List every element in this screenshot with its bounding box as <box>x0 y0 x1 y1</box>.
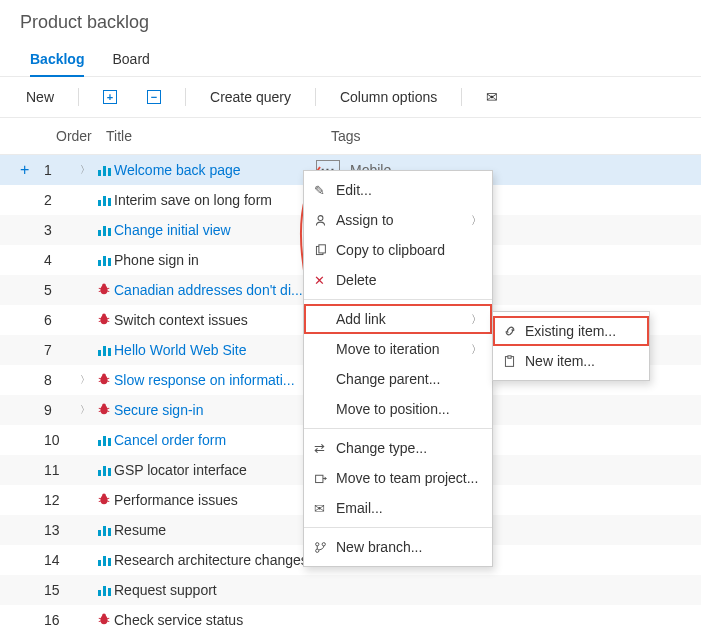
ctx-change-parent[interactable]: Change parent... <box>304 364 492 394</box>
edit-icon: ✎ <box>314 183 336 198</box>
row-order: 5 <box>40 282 80 298</box>
item-type-icon <box>94 195 114 206</box>
ctx-change-type[interactable]: ⇄Change type... <box>304 433 492 463</box>
ctx-edit[interactable]: ✎Edit... <box>304 175 492 205</box>
pbi-icon <box>98 585 111 596</box>
pbi-icon <box>98 195 111 206</box>
svg-point-25 <box>102 493 106 497</box>
ctx-assign-label: Assign to <box>336 212 471 228</box>
ctx-move-team[interactable]: Move to team project... <box>304 463 492 493</box>
svg-point-13 <box>102 373 106 377</box>
expand-icon[interactable]: 〉 <box>80 163 94 177</box>
ctx-assign-to[interactable]: Assign to〉 <box>304 205 492 235</box>
bug-icon <box>97 492 111 509</box>
row-title[interactable]: Cancel order form <box>114 432 314 448</box>
col-tags-header[interactable]: Tags <box>331 128 701 144</box>
view-tabs: Backlog Board <box>0 43 701 77</box>
row-title[interactable]: Secure sign-in <box>114 402 314 418</box>
col-title-header[interactable]: Title <box>106 128 331 144</box>
separator <box>304 428 492 429</box>
separator <box>461 88 462 106</box>
row-title[interactable]: Slow response on informati... <box>114 372 314 388</box>
row-order: 9 <box>40 402 80 418</box>
row-order: 3 <box>40 222 80 238</box>
expand-icon[interactable]: 〉 <box>80 403 94 417</box>
ctx-add-link-label: Add link <box>336 311 471 327</box>
item-type-icon <box>94 465 114 476</box>
pbi-icon <box>98 525 111 536</box>
row-order: 6 <box>40 312 80 328</box>
ctx-move-iteration[interactable]: Move to iteration〉 <box>304 334 492 364</box>
branch-icon <box>314 541 336 554</box>
ctx-add-link[interactable]: Add link〉 <box>304 304 492 334</box>
row-order: 4 <box>40 252 80 268</box>
add-icon-button[interactable]: + <box>97 86 123 108</box>
svg-rect-39 <box>316 475 323 482</box>
email-button[interactable]: ✉ <box>480 85 504 109</box>
ctx-email[interactable]: ✉Email... <box>304 493 492 523</box>
tab-backlog[interactable]: Backlog <box>30 43 84 77</box>
submenu-existing-label: Existing item... <box>525 323 639 339</box>
item-type-icon <box>94 555 114 566</box>
chevron-right-icon: 〉 <box>471 312 482 327</box>
svg-rect-38 <box>319 244 326 252</box>
expand-icon[interactable]: 〉 <box>80 373 94 387</box>
ctx-copy-label: Copy to clipboard <box>336 242 482 258</box>
row-order: 16 <box>40 612 80 628</box>
ctx-move-position[interactable]: Move to position... <box>304 394 492 424</box>
row-order: 2 <box>40 192 80 208</box>
toolbar: New + − Create query Column options ✉ <box>0 77 701 118</box>
svg-point-41 <box>316 549 319 552</box>
svg-point-36 <box>318 215 323 220</box>
row-title[interactable]: Change initial view <box>114 222 314 238</box>
add-link-submenu: Existing item... New item... <box>492 311 650 381</box>
item-type-icon <box>94 402 114 419</box>
item-type-icon <box>94 492 114 509</box>
mail-icon: ✉ <box>314 501 336 516</box>
item-type-icon <box>94 282 114 299</box>
backlog-row[interactable]: +16Check service status <box>0 605 701 630</box>
svg-point-40 <box>316 542 319 545</box>
ctx-delete[interactable]: ✕Delete <box>304 265 492 295</box>
row-title: Switch context issues <box>114 312 314 328</box>
row-title: GSP locator interface <box>114 462 314 478</box>
table-header: Order Title Tags <box>0 118 701 155</box>
svg-point-42 <box>322 542 325 545</box>
submenu-new-label: New item... <box>525 353 639 369</box>
move-project-icon <box>314 472 336 485</box>
column-options-button[interactable]: Column options <box>334 85 443 109</box>
row-order: 11 <box>40 462 80 478</box>
add-child-icon[interactable]: + <box>20 161 40 179</box>
ctx-edit-label: Edit... <box>336 182 482 198</box>
chevron-right-icon: 〉 <box>471 342 482 357</box>
row-title: Interim save on long form <box>114 192 314 208</box>
submenu-existing-item[interactable]: Existing item... <box>493 316 649 346</box>
bug-icon <box>97 282 111 299</box>
row-title[interactable]: Hello World Web Site <box>114 342 314 358</box>
ctx-copy[interactable]: Copy to clipboard <box>304 235 492 265</box>
row-order: 10 <box>40 432 80 448</box>
row-title[interactable]: Canadian addresses don't di... <box>114 282 314 298</box>
remove-icon-button[interactable]: − <box>141 86 167 108</box>
pbi-icon <box>98 435 111 446</box>
row-title: Performance issues <box>114 492 314 508</box>
new-button[interactable]: New <box>20 85 60 109</box>
col-order-header[interactable]: Order <box>56 128 106 144</box>
link-icon <box>503 324 525 338</box>
pbi-icon <box>98 345 111 356</box>
submenu-new-item[interactable]: New item... <box>493 346 649 376</box>
create-query-button[interactable]: Create query <box>204 85 297 109</box>
ctx-new-branch[interactable]: New branch... <box>304 532 492 562</box>
item-type-icon <box>94 372 114 389</box>
pbi-icon <box>98 255 111 266</box>
row-title[interactable]: Welcome back page <box>114 162 314 178</box>
tab-board[interactable]: Board <box>112 43 149 76</box>
row-order: 15 <box>40 582 80 598</box>
bug-icon <box>97 402 111 419</box>
backlog-row[interactable]: +15Request support <box>0 575 701 605</box>
bug-icon <box>97 312 111 329</box>
bug-icon <box>97 612 111 629</box>
pbi-icon <box>98 225 111 236</box>
ctx-email-label: Email... <box>336 500 482 516</box>
pbi-icon <box>98 465 111 476</box>
